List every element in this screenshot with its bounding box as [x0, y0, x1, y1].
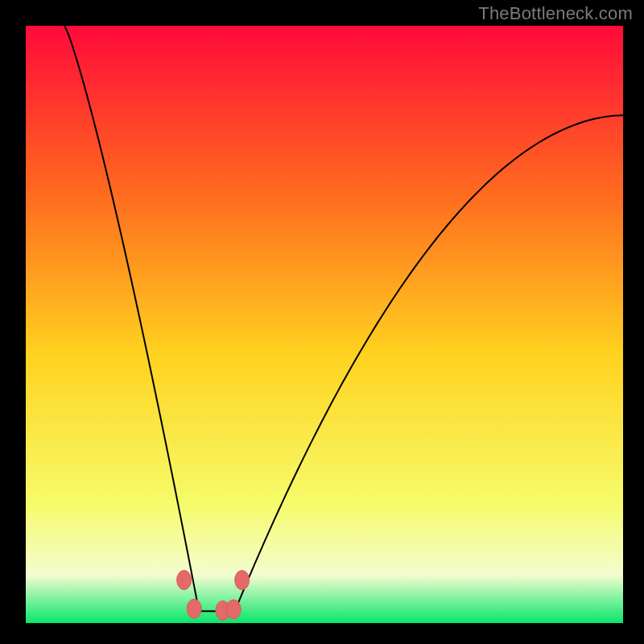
chart-frame: TheBottleneck.com — [0, 0, 644, 644]
plot-area — [26, 26, 623, 623]
trough-marker-0 — [177, 571, 192, 590]
trough-marker-4 — [235, 571, 250, 590]
trough-marker-3 — [226, 600, 241, 619]
bottleneck-curve-chart — [26, 26, 623, 623]
watermark-text: TheBottleneck.com — [478, 3, 633, 24]
gradient-background — [26, 26, 623, 623]
trough-marker-1 — [187, 599, 201, 618]
